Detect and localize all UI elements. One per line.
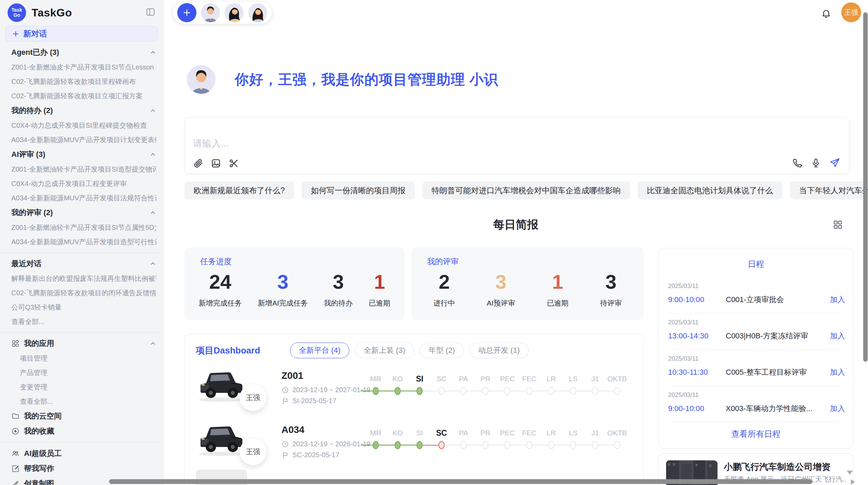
sidebar-item[interactable]: A034-全新新能源MUV产品开发项目计划变更表编写 [11, 133, 156, 147]
milestone-timeline: MR KO SI SC PA PR PEC FEC LR LS J1 OKTB [365, 374, 628, 396]
recent-conversation-item[interactable]: 公司Q3轻卡销量 [11, 300, 156, 314]
join-link[interactable]: 加入 [830, 331, 845, 341]
stat-label: 新增AI完成任务 [258, 298, 308, 308]
horizontal-scrollbar[interactable] [109, 479, 812, 484]
assistant-switcher [172, 1, 272, 24]
app-link-change-mgmt[interactable]: 变更管理 [11, 380, 156, 394]
section-title: 我的待办 (2) [11, 105, 53, 116]
section-header-agent-done[interactable]: Agent已办 (3) [11, 45, 156, 60]
sidebar-item[interactable]: C0X4-动力总成开发项目SI里程碑提交物检查 [11, 118, 156, 133]
join-link[interactable]: 加入 [830, 367, 845, 377]
user-avatar[interactable]: 王强 [841, 2, 861, 22]
entry-date: 2025/03/11 [668, 283, 845, 290]
scroll-right-arrow[interactable] [851, 479, 855, 485]
chevron-up-icon[interactable] [149, 209, 156, 216]
app-header: Task Go TaskGo [0, 0, 163, 24]
project-row[interactable]: 王强 Z001 2023-12-19 ~ 2027-01-19 SI-2025-… [185, 361, 643, 415]
suggestion-chip[interactable]: 比亚迪全固态电池计划具体说了什么 [638, 182, 782, 199]
entry-time: 9:00-10:00 [668, 295, 726, 304]
milestone-dot [548, 441, 554, 449]
assistant-avatar[interactable] [201, 3, 220, 22]
milestone-label: PA [453, 429, 474, 437]
recent-conversation-item[interactable]: 解释最新出台的欧盟报废车法规再生塑料比例被调至15%... [11, 271, 156, 286]
sidebar-item-ai-employee[interactable]: AI超级员工 [11, 446, 156, 461]
task-progress-card: 任务进度 24 新增完成任务 3 新增AI完成任务 3 我的待办 1 已逾期 [184, 247, 405, 320]
app-link-view-all[interactable]: 查看全部... [11, 394, 156, 409]
scroll-down-arrow[interactable] [847, 471, 853, 475]
recent-conversation-item[interactable]: C02-飞腾新能源轻客改款项目的闭环通告反馈情况 [11, 286, 156, 300]
tab-powertrain[interactable]: 动总开发 (1) [469, 343, 529, 358]
entry-time: 10:30-11:30 [668, 368, 726, 377]
sidebar-item-my-favorites[interactable]: 我的收藏 [11, 424, 156, 439]
sidebar-item-help-write[interactable]: 帮我写作 [11, 461, 156, 476]
sidebar-item[interactable]: Z001-全新燃油轻卡产品开发项目SI节点属性5D文件评审 [11, 220, 156, 235]
join-link[interactable]: 加入 [830, 403, 845, 414]
news-title: 小鹏飞行汽车制造公司增资 [724, 461, 846, 473]
view-all-schedule-link[interactable]: 查看所有日程 [659, 428, 853, 439]
milestone-dot [614, 387, 620, 395]
image-icon[interactable] [211, 158, 221, 169]
sidebar-item[interactable]: Z001-全新燃油皮卡产品开发项目SI节点Lesson Learn报告 [11, 60, 156, 74]
tab-all-new-platform[interactable]: 全新平台 (4) [290, 343, 349, 358]
attachment-icon[interactable] [193, 158, 203, 169]
suggestion-chip[interactable]: 当下年轻人对汽车外观有怎样的喜好趋势 [790, 182, 868, 199]
folder-icon [11, 412, 20, 420]
chevron-up-icon[interactable] [149, 151, 156, 158]
app-logo: Task Go [8, 3, 26, 22]
sidebar-item[interactable]: C02-飞腾新能源轻客改款项目里程碑画布 [11, 74, 156, 89]
project-date-range: 2023-12-19 ~ 2026-01-19 [292, 440, 370, 448]
stat-value: 3 [600, 271, 622, 293]
chevron-up-icon[interactable] [149, 260, 156, 267]
sidebar-item[interactable]: C0X4-动力总成开发项目工程变更评审 [11, 176, 156, 191]
join-link[interactable]: 加入 [830, 295, 845, 305]
layout-grid-icon[interactable] [832, 219, 843, 230]
assistant-avatar[interactable] [225, 3, 244, 22]
suggestion-chip[interactable]: 如何写一份清晰的项目周报 [302, 182, 415, 199]
chevron-up-icon[interactable] [149, 107, 156, 114]
suggestion-chip[interactable]: 欧洲新规最近颁布了什么? [184, 182, 294, 199]
clock-icon [281, 386, 289, 394]
suggestion-chip[interactable]: 特朗普可能对进口汽车增税会对中国车企造成哪些影响 [422, 182, 630, 199]
divider [0, 442, 163, 443]
chevron-up-icon[interactable] [149, 340, 156, 347]
app-link-project-mgmt[interactable]: 项目管理 [11, 351, 156, 365]
stat-label: 新增完成任务 [198, 298, 242, 308]
section-header-recent[interactable]: 最近对话 [11, 256, 156, 271]
sidebar-item[interactable]: Z001-全新燃油轻卡产品开发项目SI造型提交物评审 [11, 162, 156, 176]
schedule-card: 日程 2025/03/11 9:00-10:00 C001-立项审批会 加入 2… [658, 248, 854, 449]
section-header-ai-review[interactable]: AI评审 (3) [11, 147, 156, 162]
project-code: Z001 [281, 370, 303, 381]
sidebar-item-my-cloud[interactable]: 我的云空间 [11, 409, 156, 424]
sidebar-collapse-icon[interactable] [145, 7, 156, 17]
sidebar-item[interactable]: A034-全新新能源MUV产品开发项目造型可行性评审 [11, 235, 156, 249]
new-chat-button[interactable]: 新对话 [5, 26, 158, 41]
phone-icon[interactable] [792, 158, 803, 168]
greeting-text: 你好，王强，我是你的项目管理助理 小识 [235, 70, 498, 89]
schedule-entry: 2025/03/11 9:00-10:00 C001-立项审批会 加入 [659, 277, 853, 313]
milestone-label: LR [540, 375, 562, 383]
app-link-product-mgmt[interactable]: 产品管理 [11, 365, 156, 380]
chat-input[interactable]: 请输入... [184, 117, 849, 174]
microphone-icon[interactable] [811, 158, 821, 168]
chevron-up-icon[interactable] [149, 49, 156, 56]
milestone-dot-done [395, 387, 401, 395]
assistant-avatar[interactable] [248, 3, 267, 22]
project-row[interactable]: 王强 A034 2023-12-19 ~ 2026-01-19 SC-2025-… [185, 415, 643, 469]
stat-value: 2 [433, 271, 455, 293]
sidebar-item[interactable]: C02-飞腾新能源轻客改款项目立项汇报方案 [11, 89, 156, 103]
section-header-my-review[interactable]: 我的评审 (2) [11, 205, 156, 220]
notification-bell-icon[interactable] [821, 8, 831, 18]
recent-view-all[interactable]: 查看全部... [11, 314, 156, 329]
scissors-icon[interactable] [229, 158, 239, 169]
dashboard-tabs: 全新平台 (4) 全新上装 (3) 年型 (2) 动总开发 (1) [290, 343, 529, 358]
send-icon[interactable] [829, 158, 840, 169]
greeting-block: 你好，王强，我是你的项目管理助理 小识 [187, 65, 498, 94]
vertical-scrollbar[interactable] [863, 12, 868, 362]
section-header-my-todo[interactable]: 我的待办 (2) [11, 103, 156, 118]
tab-model-year[interactable]: 年型 (2) [420, 343, 464, 358]
sidebar-item[interactable]: A034-全新新能源MUV产品开发项目法规符合性评审 [11, 191, 156, 205]
sidebar-item-my-apps[interactable]: 我的应用 [11, 336, 156, 351]
add-assistant-button[interactable] [177, 3, 196, 22]
tab-all-new-body[interactable]: 全新上装 (3) [355, 343, 414, 358]
dashboard-title: 项目Dashboard [196, 345, 290, 357]
